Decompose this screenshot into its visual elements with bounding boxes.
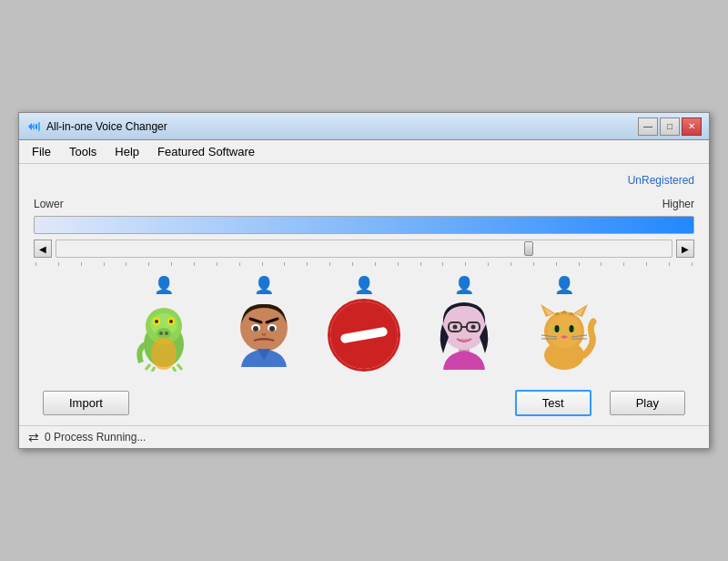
tick <box>239 262 240 266</box>
voice-cat[interactable]: 👤 <box>528 275 601 372</box>
cat-avatar <box>528 299 601 372</box>
svg-point-27 <box>453 325 458 330</box>
play-button[interactable]: Play <box>610 391 685 415</box>
tick <box>398 262 399 266</box>
tick <box>646 262 647 266</box>
tick <box>307 262 308 266</box>
svg-rect-2 <box>35 124 37 129</box>
man-person-icon: 👤 <box>254 275 274 295</box>
tick <box>148 262 149 266</box>
lower-label: Lower <box>34 198 64 210</box>
voice-woman[interactable]: 👤 <box>428 275 500 372</box>
tick <box>669 262 670 266</box>
woman-avatar <box>428 299 500 372</box>
svg-point-20 <box>253 326 258 332</box>
tick <box>104 262 105 266</box>
tick <box>623 262 624 266</box>
menu-help[interactable]: Help <box>106 142 148 161</box>
svg-point-10 <box>169 320 173 323</box>
minimize-button[interactable]: — <box>638 117 658 136</box>
tick <box>511 262 511 266</box>
svg-point-35 <box>548 315 581 348</box>
no-entry-avatar <box>328 299 400 372</box>
tick <box>217 262 217 266</box>
unregistered-link[interactable]: UnRegistered <box>628 174 694 187</box>
status-text: 0 Process Running... <box>45 431 146 444</box>
no-entry-person-icon: 👤 <box>354 275 374 295</box>
tick <box>442 262 443 266</box>
svg-point-13 <box>165 332 168 335</box>
window-controls: — □ ✕ <box>638 117 702 136</box>
maximize-button[interactable]: □ <box>660 117 680 136</box>
statusbar: ⇄ 0 Process Running... <box>19 425 709 448</box>
close-button[interactable]: ✕ <box>682 117 702 136</box>
status-icon: ⇄ <box>28 430 39 444</box>
tick <box>533 262 534 266</box>
tick <box>126 262 126 266</box>
dragon-avatar <box>127 299 200 372</box>
no-entry-bar <box>340 327 389 344</box>
tick <box>352 262 353 266</box>
pitch-left-arrow[interactable]: ◀ <box>34 240 52 258</box>
slider-ticks <box>34 262 694 266</box>
titlebar-left: All-in-one Voice Changer <box>26 119 167 134</box>
import-button[interactable]: Import <box>43 391 129 415</box>
menubar: File Tools Help Featured Software <box>19 140 709 164</box>
main-content: UnRegistered Lower Higher ◀ ▶ <box>19 164 709 425</box>
tick <box>194 262 195 266</box>
voice-dragon[interactable]: 👤 <box>127 275 200 372</box>
svg-point-21 <box>269 326 275 332</box>
tick <box>58 262 59 266</box>
voice-icons-row: 👤 <box>34 275 694 372</box>
voice-man[interactable]: 👤 <box>228 275 300 372</box>
window-title: All-in-one Voice Changer <box>46 120 167 133</box>
tick <box>692 262 693 266</box>
pitch-bar <box>34 216 694 234</box>
svg-point-39 <box>570 325 574 332</box>
svg-point-28 <box>471 325 476 330</box>
man-avatar <box>228 299 300 372</box>
pitch-right-arrow[interactable]: ▶ <box>676 240 694 258</box>
menu-tools[interactable]: Tools <box>60 142 106 161</box>
svg-rect-3 <box>38 122 40 131</box>
buttons-row: Import Test Play <box>34 390 694 416</box>
tick <box>488 262 489 266</box>
pitch-thumb[interactable] <box>524 241 533 256</box>
svg-point-12 <box>159 332 163 335</box>
svg-point-14 <box>151 337 177 370</box>
tick <box>601 262 602 266</box>
registration-status-area: UnRegistered <box>34 173 694 187</box>
svg-point-38 <box>555 325 560 332</box>
tick <box>284 262 285 266</box>
pitch-section: Lower Higher ◀ ▶ <box>34 198 694 266</box>
pitch-slider-row: ◀ ▶ <box>34 240 694 258</box>
app-icon <box>26 119 41 134</box>
svg-point-9 <box>155 320 158 323</box>
tick <box>329 262 330 266</box>
tick <box>375 262 376 266</box>
tick <box>420 262 421 266</box>
menu-featured-software[interactable]: Featured Software <box>148 142 264 161</box>
pitch-slider[interactable] <box>56 240 672 258</box>
higher-label: Higher <box>662 198 694 210</box>
tick <box>262 262 263 266</box>
tick <box>579 262 580 266</box>
tick <box>465 262 466 266</box>
woman-person-icon: 👤 <box>454 275 474 295</box>
menu-file[interactable]: File <box>23 142 60 161</box>
pitch-labels: Lower Higher <box>34 198 694 210</box>
titlebar: All-in-one Voice Changer — □ ✕ <box>19 113 709 140</box>
test-button[interactable]: Test <box>515 390 592 416</box>
dragon-person-icon: 👤 <box>154 275 174 295</box>
cat-person-icon: 👤 <box>554 275 574 295</box>
voice-no-entry[interactable]: 👤 <box>328 275 400 372</box>
main-window: All-in-one Voice Changer — □ ✕ File Tool… <box>18 112 710 449</box>
tick <box>81 262 82 266</box>
tick <box>35 262 36 266</box>
tick <box>171 262 172 266</box>
no-entry-symbol <box>330 301 398 369</box>
tick <box>556 262 557 266</box>
